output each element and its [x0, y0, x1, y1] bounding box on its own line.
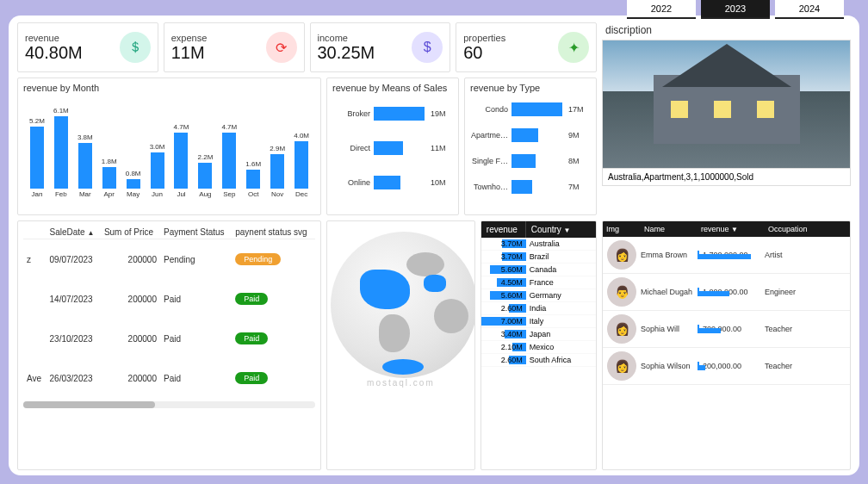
- bar-category-label: Sep: [223, 190, 235, 198]
- bar-month[interactable]: 6.1MFeb: [49, 107, 73, 198]
- table-row[interactable]: 23/10/2023200000PaidPaid: [23, 319, 315, 358]
- bar-category-label: Jun: [152, 190, 163, 198]
- col-img[interactable]: Img: [603, 221, 641, 237]
- avatar: 👩: [607, 314, 636, 344]
- bar-value-label: 10M: [427, 178, 453, 187]
- table-row[interactable]: 2.10MMexico: [481, 341, 596, 354]
- table-row[interactable]: 2.60MSouth Africa: [481, 354, 596, 367]
- bar-category-label: Townho…: [470, 183, 512, 191]
- col-blank[interactable]: [23, 226, 46, 239]
- bar-row[interactable]: Online10M: [332, 176, 453, 189]
- person-name: Emma Brown: [641, 251, 698, 259]
- status-badge: Paid: [235, 293, 268, 305]
- sort-up-icon: ▲: [87, 229, 94, 237]
- table-row[interactable]: Ave26/03/2023200000PaidPaid: [23, 358, 315, 398]
- bar-value-label: 2.9M: [270, 145, 285, 152]
- kpi-row: revenue 40.80M ＄ expense 11M ⟳ income 30…: [17, 22, 597, 72]
- col-sum[interactable]: Sum of Price: [101, 226, 160, 239]
- chart-title: revenue by Means of Sales: [332, 83, 453, 93]
- bar-category-label: Single F…: [470, 157, 512, 165]
- country-revenue-table[interactable]: revenue Country ▼ 3.70MAustralia3.70MBra…: [480, 220, 597, 470]
- bar-value-label: 17M: [565, 105, 591, 114]
- globe-map[interactable]: mostaql.com: [326, 220, 475, 470]
- globe-icon: [331, 232, 475, 378]
- table-row[interactable]: 5.60MCanada: [481, 264, 596, 276]
- year-tabs: 2022 2023 2024: [627, 0, 844, 19]
- chart-revenue-by-means: revenue by Means of Sales Broker19MDirec…: [326, 78, 459, 215]
- country-name: Italy: [526, 315, 596, 327]
- tab-2023[interactable]: 2023: [701, 0, 770, 19]
- revenue-value: 2.60M: [501, 304, 523, 313]
- tab-2022[interactable]: 2022: [627, 0, 696, 19]
- col-name[interactable]: Name: [641, 221, 698, 237]
- people-revenue-table[interactable]: Img Name revenue ▼ Occupation 👩Emma Brow…: [602, 220, 851, 470]
- kpi-expense-value: 11M: [171, 43, 208, 63]
- bar-row[interactable]: Broker19M: [332, 107, 453, 121]
- avatar: 👨: [607, 277, 636, 307]
- col-payment-svg[interactable]: paynent status svg: [232, 226, 315, 239]
- bar-row[interactable]: Condo17M: [470, 102, 591, 116]
- bar-month[interactable]: 5.2MJan: [25, 117, 49, 198]
- bar-month[interactable]: 4.7MSep: [217, 123, 241, 198]
- sales-table-card: SaleDate ▲ Sum of Price Payment Status p…: [17, 220, 321, 470]
- revenue-value: 5.60M: [501, 291, 523, 300]
- bar-value-label: 2.2M: [198, 153, 214, 161]
- col-revenue[interactable]: revenue: [481, 221, 526, 238]
- status-badge: Pending: [235, 253, 281, 265]
- bar-month[interactable]: 3.0MJun: [146, 143, 170, 198]
- bar-row[interactable]: Townho…7M: [470, 180, 591, 194]
- avatar: 👩: [607, 240, 636, 270]
- bar-row[interactable]: Direct11M: [332, 141, 453, 155]
- table-row[interactable]: 3.70MAustralia: [481, 238, 596, 251]
- table-row[interactable]: 3.40MJapan: [481, 328, 596, 341]
- col-occupation[interactable]: Occupation: [765, 221, 850, 237]
- bar-month[interactable]: 2.2MAug: [193, 153, 217, 198]
- bar-row[interactable]: Single F…8M: [470, 154, 591, 168]
- bar-category-label: Nov: [271, 190, 283, 198]
- bar-month[interactable]: 1.8MApr: [97, 158, 121, 198]
- table-row[interactable]: 5.60MGermany: [481, 289, 596, 302]
- bar-row[interactable]: Apartme…9M: [470, 128, 591, 142]
- country-name: South Africa: [526, 354, 596, 366]
- table-row[interactable]: 3.70MBrazil: [481, 251, 596, 264]
- kpi-expense-label: expense: [171, 33, 208, 43]
- bar-category-label: Oct: [248, 190, 258, 198]
- bar-category-label: May: [127, 190, 140, 198]
- table-row[interactable]: 👩Emma Brown1,700,000.00Artist: [603, 237, 850, 274]
- bar-value-label: 3.0M: [150, 143, 165, 151]
- bar-value-label: 19M: [427, 109, 453, 118]
- description-caption: Australia,Apartment,3,1,1000000,Sold: [602, 169, 851, 186]
- bar-category-label: Broker: [332, 109, 374, 118]
- bar-month[interactable]: 4.0MDec: [289, 132, 313, 198]
- table-row[interactable]: 4.50MFrance: [481, 276, 596, 289]
- bar-month[interactable]: 4.7MJul: [170, 123, 194, 198]
- col-country[interactable]: Country ▼: [526, 221, 576, 238]
- horizontal-scrollbar[interactable]: [23, 401, 315, 408]
- sales-table[interactable]: SaleDate ▲ Sum of Price Payment Status p…: [23, 226, 315, 398]
- kpi-income: income 30.25M $: [310, 22, 451, 72]
- properties-icon: ✦: [558, 32, 589, 63]
- description-panel: discription Australia,Apartment,3,1,1000…: [602, 22, 851, 215]
- table-row[interactable]: 7.00MItaly: [481, 315, 596, 328]
- table-row[interactable]: 👨Michael Dugah1,000,000.00Engineer: [603, 274, 850, 311]
- revenue-value: 2.60M: [501, 356, 523, 364]
- bar-month[interactable]: 3.8MMar: [73, 133, 97, 198]
- chart-revenue-by-month: revenue by Month 5.2MJan6.1MFeb3.8MMar1.…: [17, 78, 321, 215]
- bar-month[interactable]: 0.8MMay: [121, 170, 146, 198]
- col-revenue[interactable]: revenue ▼: [698, 221, 765, 237]
- col-payment-status[interactable]: Payment Status: [160, 226, 232, 239]
- table-row[interactable]: 14/07/2023200000PaidPaid: [23, 279, 315, 319]
- person-revenue: 200,000.00: [698, 362, 765, 370]
- table-row[interactable]: z09/07/2023200000PendingPending: [23, 239, 315, 280]
- person-revenue: 1,000,000.00: [698, 288, 765, 296]
- bar-category-label: Online: [332, 178, 374, 187]
- table-row[interactable]: 👩Sophia Will700,000.00Teacher: [603, 311, 850, 348]
- chart-title: revenue by Type: [470, 83, 591, 93]
- tab-2024[interactable]: 2024: [775, 0, 844, 19]
- table-row[interactable]: 2.60MIndia: [481, 302, 596, 315]
- col-saledate[interactable]: SaleDate ▲: [46, 226, 101, 239]
- bar-category-label: Aug: [199, 190, 211, 198]
- bar-month[interactable]: 1.6MOct: [241, 160, 265, 198]
- table-row[interactable]: 👩Sophia Wilson200,000.00Teacher: [603, 348, 850, 385]
- bar-month[interactable]: 2.9MNov: [265, 145, 289, 198]
